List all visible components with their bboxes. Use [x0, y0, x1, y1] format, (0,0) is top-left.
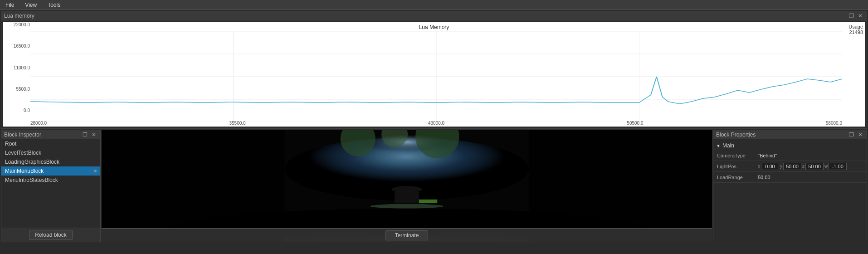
chart-inner [30, 31, 842, 122]
lightpos-x-label: x [758, 164, 760, 169]
bottom-section: Block Inspector ❐ ✕ Root LevelTestBlock … [1, 130, 867, 242]
lua-memory-title: Lua memory [4, 13, 34, 19]
block-properties-panel: Block Properties ❐ ✕ ▼ Main CameraType "… [713, 130, 867, 242]
root-item[interactable]: Root [1, 139, 100, 148]
menuintro-label: MenuIntroSlatesBlock [5, 177, 58, 183]
lightpos-z-group: z [802, 163, 824, 170]
chart-svg [30, 31, 842, 122]
lightpos-z-input[interactable] [805, 163, 824, 170]
x-label-0: 28000.0 [30, 121, 47, 126]
lua-memory-panel: Lua memory ❐ ✕ Lua Memory Usage 21498 22… [1, 11, 867, 129]
properties-close-btn[interactable]: ✕ [857, 131, 864, 138]
viewport-footer: Terminate [102, 228, 712, 242]
list-item-loadinggraphics[interactable]: LoadingGraphicsBlock [1, 157, 100, 166]
lightpos-w-input[interactable] [829, 163, 847, 170]
lightpos-y-input[interactable] [783, 163, 801, 170]
svg-rect-18 [102, 130, 285, 242]
chart-title: Lua Memory [3, 22, 865, 31]
block-inspector: Block Inspector ❐ ✕ Root LevelTestBlock … [1, 130, 101, 242]
properties-title: Block Properties [716, 132, 756, 138]
y-axis-labels: 22000.0 16500.0 11000.0 5500.0 0.0 [5, 22, 30, 113]
loadrange-row: LoadRange 50.00 [713, 172, 867, 183]
menu-bar: File View Tools [0, 0, 868, 10]
x-label-2: 43000.0 [428, 121, 444, 126]
y-label-2: 11000.0 [5, 65, 30, 70]
menu-view[interactable]: View [23, 1, 39, 9]
cave-scene [102, 130, 712, 242]
list-item-menuintro[interactable]: MenuIntroSlatesBlock [1, 176, 100, 185]
cameratype-value[interactable]: "Behind" [758, 153, 863, 158]
lightpos-inputs: x y z w [758, 163, 863, 170]
inspector-close-btn[interactable]: ✕ [90, 131, 98, 138]
inspector-title: Block Inspector [4, 132, 41, 138]
cameratype-row: CameraType "Behind" [713, 150, 867, 161]
main-viewport: Terminate [102, 130, 712, 242]
usage-label: Usage 21498 [848, 24, 863, 35]
loadrange-label: LoadRange [717, 175, 758, 180]
lightpos-z-label: z [802, 164, 805, 169]
usage-value: 21498 [848, 29, 863, 35]
close-button[interactable]: ✕ [857, 12, 864, 20]
x-axis-labels: 28000.0 35500.0 43000.0 50500.0 58000.0 [30, 121, 842, 126]
section-arrow-icon: ▼ [716, 143, 721, 148]
svg-point-14 [370, 204, 444, 209]
y-label-4: 0.0 [5, 108, 30, 113]
lua-memory-title-bar: Lua memory ❐ ✕ [1, 11, 867, 20]
cameratype-label: CameraType [717, 153, 758, 158]
properties-title-bar: Block Properties ❐ ✕ [713, 130, 867, 139]
svg-point-13 [391, 186, 422, 193]
reload-block-button[interactable]: Reload block [29, 230, 72, 240]
menu-file[interactable]: File [4, 1, 16, 9]
inspector-restore-btn[interactable]: ❐ [81, 131, 88, 138]
svg-rect-20 [419, 200, 437, 203]
properties-content: ▼ Main CameraType "Behind" LightPos x y [713, 139, 867, 242]
inspector-list[interactable]: Root LevelTestBlock LoadingGraphicsBlock… [1, 139, 100, 228]
list-item-mainmenu[interactable]: MainMenuBlock [1, 166, 100, 176]
inspector-controls: ❐ ✕ [81, 131, 98, 138]
properties-restore-btn[interactable]: ❐ [848, 131, 855, 138]
y-label-3: 5500.0 [5, 87, 30, 92]
restore-button[interactable]: ❐ [848, 12, 855, 20]
mainmenu-indicator [94, 170, 97, 172]
leveltest-label: LevelTestBlock [5, 150, 41, 156]
svg-rect-19 [529, 130, 712, 242]
lightpos-row: LightPos x y z w [713, 161, 867, 172]
svg-rect-12 [395, 191, 419, 203]
lightpos-x-input[interactable] [761, 163, 779, 170]
mainmenu-label: MainMenuBlock [5, 168, 44, 174]
lua-memory-controls: ❐ ✕ [848, 12, 864, 20]
section-label: Main [722, 142, 734, 149]
lightpos-x-group: x [758, 163, 779, 170]
cave-svg [102, 130, 712, 242]
y-label-1: 16500.0 [5, 44, 30, 49]
loadrange-value[interactable]: 50.00 [758, 175, 863, 180]
terminate-button[interactable]: Terminate [385, 230, 429, 240]
lightpos-label: LightPos [717, 164, 758, 169]
x-label-1: 35500.0 [229, 121, 245, 126]
lightpos-w-label: w [824, 164, 828, 169]
x-label-3: 50500.0 [627, 121, 643, 126]
root-label: Root [5, 141, 16, 147]
main-section-header[interactable]: ▼ Main [713, 141, 867, 150]
chart-container: Lua Memory Usage 21498 22000.0 16500.0 1… [3, 22, 865, 127]
menu-tools[interactable]: Tools [46, 1, 62, 9]
lightpos-w-group: w [824, 163, 847, 170]
list-item-leveltest[interactable]: LevelTestBlock [1, 148, 100, 157]
y-label-0: 22000.0 [5, 22, 30, 27]
x-label-4: 58000.0 [826, 121, 842, 126]
loadinggraphics-label: LoadingGraphicsBlock [5, 159, 59, 165]
inspector-title-bar: Block Inspector ❐ ✕ [1, 130, 100, 139]
properties-controls: ❐ ✕ [848, 131, 864, 138]
lightpos-y-label: y [780, 164, 782, 169]
lightpos-y-group: y [780, 163, 801, 170]
inspector-footer: Reload block [1, 228, 100, 242]
